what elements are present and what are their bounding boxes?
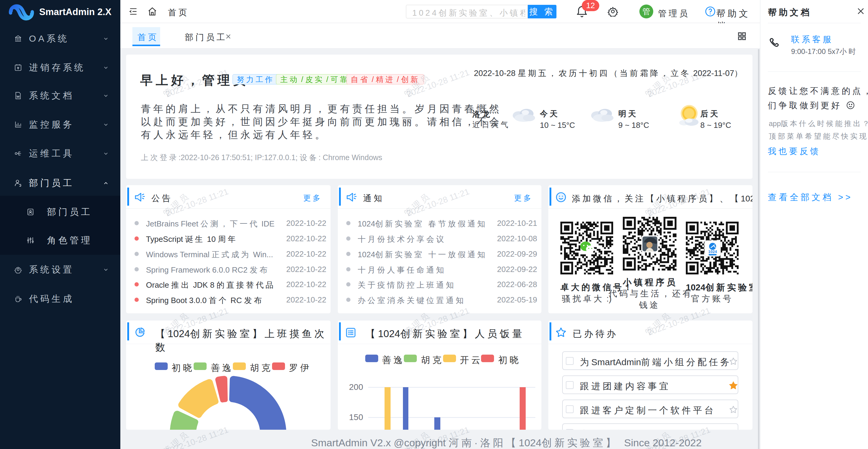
svg-text:1024: 1024 bbox=[708, 249, 717, 254]
